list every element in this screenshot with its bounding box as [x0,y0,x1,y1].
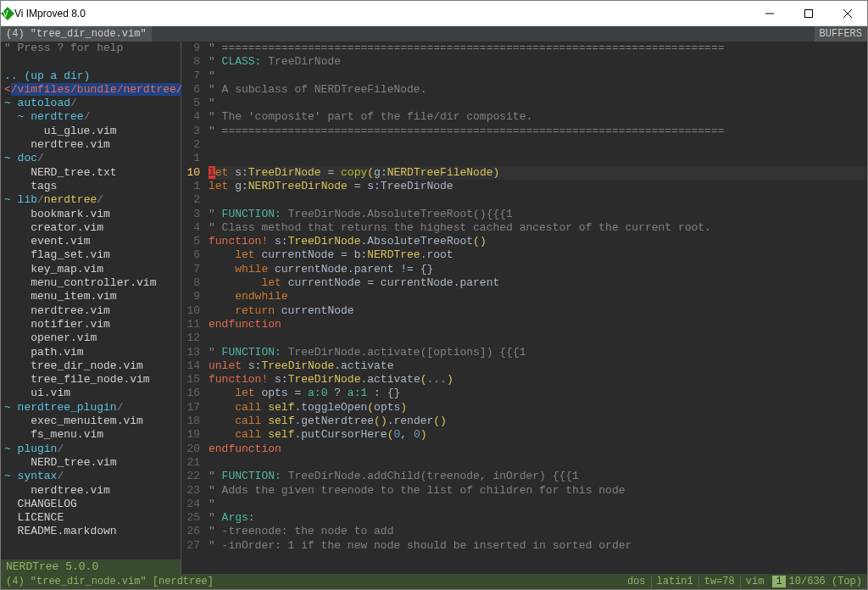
code-line[interactable]: " FUNCTION: TreeDirNode.AbsoluteTreeRoot… [209,208,867,221]
status-encoding: latin1 [651,576,698,587]
app-window: V Vi IMproved 8.0 (4) "tree_dir_node.vim… [0,0,868,590]
statusbar: (4) "tree_dir_node.vim" [nerdtree] dos l… [1,574,867,589]
code-line[interactable]: function! s:TreeDirNode.AbsoluteTreeRoot… [209,235,867,248]
window-buttons [750,1,867,26]
tree-item[interactable]: menu_item.vim [1,290,181,303]
code-line[interactable]: " [209,70,867,83]
code-line[interactable]: " Adds the given treenode to the list of… [209,484,867,498]
tree-item[interactable]: LICENCE [1,511,181,525]
code-line[interactable]: let g:NERDTreeDirNode = s:TreeDirNode [209,180,867,193]
code-line[interactable]: let s:TreeDirNode = copy(g:NERDTreeFileN… [209,166,867,180]
tree-item[interactable]: nerdtree.vim [1,304,181,318]
sidebar-status: NERDTree 5.0.0 [1,559,181,574]
tree-item[interactable]: nerdtree.vim [1,138,181,152]
code-line[interactable]: let opts = a:0 ? a:1 : {} [209,387,867,400]
code-line[interactable]: function! s:TreeDirNode.activate(...) [209,373,867,387]
tree-item[interactable]: ui_glue.vim [1,125,181,138]
code-line[interactable] [209,331,867,345]
code-line[interactable]: " Class method that returns the highest … [209,221,867,235]
code-line[interactable]: let currentNode = currentNode.parent [209,276,867,290]
tree-item[interactable]: NERD_tree.txt [1,166,181,180]
titlebar[interactable]: V Vi IMproved 8.0 [1,1,867,26]
code-line[interactable]: " A subclass of NERDTreeFileNode. [209,83,867,97]
tree-item[interactable]: bookmark.vim [1,208,181,221]
active-buffer-tab[interactable]: (4) "tree_dir_node.vim" [1,26,152,42]
tree-item[interactable]: ~ nerdtree/ [1,110,181,124]
buffer-tabbar: (4) "tree_dir_node.vim" BUFFERS [1,26,867,42]
tree-item[interactable]: NERD_tree.vim [1,456,181,470]
code-line[interactable]: call self.putCursorHere(0, 0) [209,428,867,442]
source-code[interactable]: " ======================================… [205,42,867,574]
code-line[interactable]: call self.toggleOpen(opts) [209,401,867,415]
editor-area: (4) "tree_dir_node.vim" BUFFERS " Press … [1,26,867,589]
tree-item[interactable]: CHANGELOG [1,498,181,511]
code-line[interactable]: " [209,498,867,511]
tree-item[interactable]: ~ nerdtree_plugin/ [1,401,181,415]
buffers-label[interactable]: BUFFERS [815,26,867,42]
code-line[interactable] [209,456,867,470]
tree-item[interactable]: ~ plugin/ [1,442,181,456]
code-line[interactable]: " CLASS: TreeDirNode [209,55,867,69]
code-pane[interactable]: 9876543211012345678910111213141516171819… [181,42,867,574]
code-line[interactable]: " -treenode: the node to add [209,525,867,538]
split-panes: " Press ? for help .. (up a dir) </vimfi… [1,42,867,574]
window-title: Vi IMproved 8.0 [14,8,750,19]
status-fileformat: dos [622,576,651,587]
code-line[interactable]: " ======================================… [209,42,867,55]
code-line[interactable]: endwhile [209,290,867,303]
code-line[interactable]: " FUNCTION: TreeDirNode.activate([option… [209,346,867,359]
tree-item[interactable]: tree_dir_node.vim [1,359,181,373]
tree-item[interactable]: flag_set.vim [1,248,181,262]
code-line[interactable]: " Args: [209,511,867,525]
file-tree: ~ autoload/ ~ nerdtree/ ui_glue.vim nerd… [1,97,181,539]
up-dir[interactable]: .. (up a dir) [1,70,181,83]
maximize-button[interactable] [789,1,828,26]
code-line[interactable]: while currentNode.parent != {} [209,263,867,276]
code-line[interactable]: call self.getNerdtree().render() [209,415,867,428]
tree-item[interactable]: key_map.vim [1,263,181,276]
svg-rect-3 [805,9,813,17]
tree-item[interactable]: tags [1,180,181,193]
nerdtree-sidebar[interactable]: " Press ? for help .. (up a dir) </vimfi… [1,42,181,574]
tree-item[interactable]: ~ autoload/ [1,97,181,110]
code-line[interactable]: " [209,97,867,110]
tree-item[interactable]: creator.vim [1,221,181,235]
code-line[interactable]: " FUNCTION: TreeDirNode.addChild(treenod… [209,470,867,483]
code-line[interactable] [209,152,867,165]
code-line[interactable] [209,193,867,207]
tree-item[interactable]: ~ lib/nerdtree/ [1,193,181,207]
tree-item[interactable]: fs_menu.vim [1,428,181,442]
code-line[interactable]: " ======================================… [209,125,867,138]
tree-item[interactable]: opener.vim [1,331,181,345]
code-line[interactable]: " -inOrder: 1 if the new node should be … [209,539,867,553]
blank [1,55,181,69]
status-column: 1 [772,576,785,587]
close-button[interactable] [828,1,867,26]
code-line[interactable]: return currentNode [209,304,867,318]
code-line[interactable]: let currentNode = b:NERDTree.root [209,248,867,262]
vim-icon: V [1,7,14,20]
minimize-button[interactable] [750,1,789,26]
svg-text:V: V [3,9,8,19]
tree-item[interactable]: README.markdown [1,525,181,538]
code-line[interactable]: " The 'composite' part of the file/dir c… [209,110,867,124]
tree-item[interactable]: notifier.vim [1,318,181,331]
status-filetype: vim [740,576,770,587]
code-line[interactable]: endfunction [209,318,867,331]
tree-item[interactable]: tree_file_node.vim [1,373,181,387]
tree-item[interactable]: ui.vim [1,387,181,400]
tree-item[interactable]: ~ syntax/ [1,470,181,483]
tree-item[interactable]: exec_menuitem.vim [1,415,181,428]
status-textwidth: tw=78 [698,576,740,587]
code-line[interactable]: unlet s:TreeDirNode.activate [209,359,867,373]
status-position: 10/636 (Top) [789,576,862,587]
tree-item[interactable]: menu_controller.vim [1,276,181,290]
code-line[interactable]: endfunction [209,442,867,456]
code-line[interactable] [209,138,867,152]
tree-item[interactable]: nerdtree.vim [1,484,181,498]
line-gutter: 9876543211012345678910111213141516171819… [181,42,205,574]
root-path[interactable]: </vimfiles/bundle/nerdtree/ [1,83,181,97]
tree-item[interactable]: path.vim [1,346,181,359]
tree-item[interactable]: ~ doc/ [1,152,181,165]
tree-item[interactable]: event.vim [1,235,181,248]
